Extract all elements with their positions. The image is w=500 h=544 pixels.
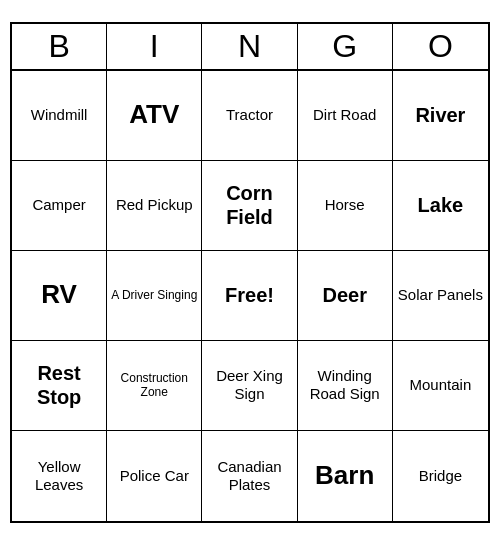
cell-text: Deer bbox=[322, 283, 366, 307]
header-letter: N bbox=[202, 24, 297, 69]
bingo-cell: Barn bbox=[298, 431, 393, 521]
bingo-cell: Corn Field bbox=[202, 161, 297, 251]
bingo-header: BINGO bbox=[12, 24, 488, 71]
cell-text: Horse bbox=[325, 196, 365, 214]
cell-text: Bridge bbox=[419, 467, 462, 485]
bingo-cell: Deer bbox=[298, 251, 393, 341]
cell-text: Camper bbox=[32, 196, 85, 214]
cell-text: Free! bbox=[225, 283, 274, 307]
bingo-cell: Camper bbox=[12, 161, 107, 251]
header-letter: O bbox=[393, 24, 488, 69]
cell-text: Barn bbox=[315, 460, 374, 491]
bingo-cell: Canadian Plates bbox=[202, 431, 297, 521]
cell-text: Dirt Road bbox=[313, 106, 376, 124]
bingo-cell: Construction Zone bbox=[107, 341, 202, 431]
bingo-cell: Bridge bbox=[393, 431, 488, 521]
bingo-cell: Yellow Leaves bbox=[12, 431, 107, 521]
cell-text: RV bbox=[41, 279, 77, 310]
cell-text: Tractor bbox=[226, 106, 273, 124]
bingo-cell: Rest Stop bbox=[12, 341, 107, 431]
bingo-cell: Free! bbox=[202, 251, 297, 341]
bingo-grid: WindmillATVTractorDirt RoadRiverCamperRe… bbox=[12, 71, 488, 521]
bingo-cell: A Driver Singing bbox=[107, 251, 202, 341]
bingo-cell: Horse bbox=[298, 161, 393, 251]
cell-text: River bbox=[415, 103, 465, 127]
cell-text: Windmill bbox=[31, 106, 88, 124]
bingo-cell: Windmill bbox=[12, 71, 107, 161]
cell-text: Red Pickup bbox=[116, 196, 193, 214]
header-letter: G bbox=[298, 24, 393, 69]
cell-text: Rest Stop bbox=[16, 361, 102, 409]
bingo-cell: Tractor bbox=[202, 71, 297, 161]
bingo-card: BINGO WindmillATVTractorDirt RoadRiverCa… bbox=[10, 22, 490, 523]
bingo-cell: Police Car bbox=[107, 431, 202, 521]
bingo-cell: Mountain bbox=[393, 341, 488, 431]
cell-text: Corn Field bbox=[206, 181, 292, 229]
cell-text: Canadian Plates bbox=[206, 458, 292, 494]
cell-text: Construction Zone bbox=[111, 371, 197, 400]
header-letter: B bbox=[12, 24, 107, 69]
bingo-cell: Lake bbox=[393, 161, 488, 251]
cell-text: Mountain bbox=[410, 376, 472, 394]
cell-text: ATV bbox=[129, 99, 179, 130]
cell-text: Lake bbox=[418, 193, 464, 217]
bingo-cell: Deer Xing Sign bbox=[202, 341, 297, 431]
bingo-cell: Red Pickup bbox=[107, 161, 202, 251]
bingo-cell: Dirt Road bbox=[298, 71, 393, 161]
bingo-cell: River bbox=[393, 71, 488, 161]
cell-text: Solar Panels bbox=[398, 286, 483, 304]
header-letter: I bbox=[107, 24, 202, 69]
cell-text: Deer Xing Sign bbox=[206, 367, 292, 403]
cell-text: Yellow Leaves bbox=[16, 458, 102, 494]
bingo-cell: Solar Panels bbox=[393, 251, 488, 341]
cell-text: Police Car bbox=[120, 467, 189, 485]
cell-text: Winding Road Sign bbox=[302, 367, 388, 403]
cell-text: A Driver Singing bbox=[111, 288, 197, 302]
bingo-cell: Winding Road Sign bbox=[298, 341, 393, 431]
bingo-cell: ATV bbox=[107, 71, 202, 161]
bingo-cell: RV bbox=[12, 251, 107, 341]
